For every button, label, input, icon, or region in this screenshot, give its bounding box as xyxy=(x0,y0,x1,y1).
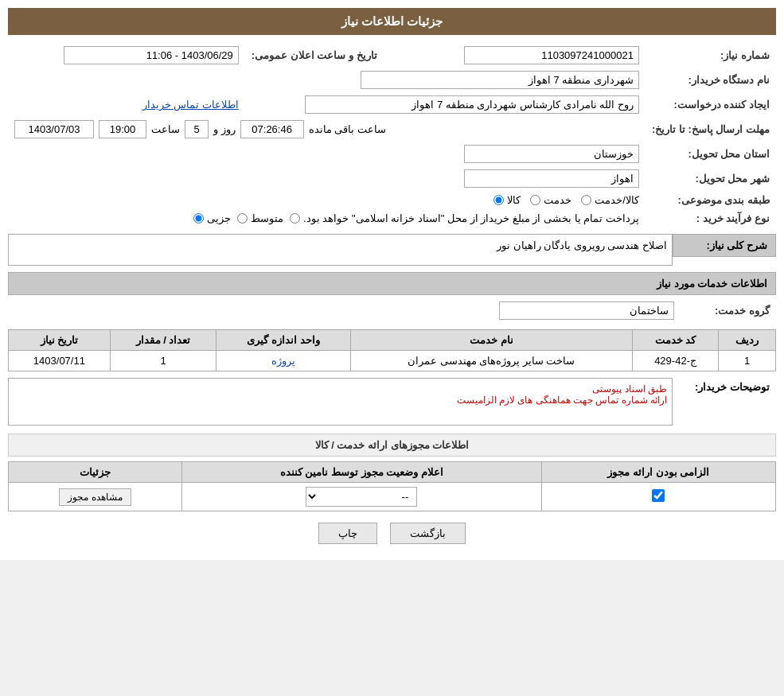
tabaqeh-khedmat[interactable]: خدمت xyxy=(530,194,571,206)
namDastgah-value: شهرداری منطقه 7 اهواز xyxy=(8,68,646,92)
cell-tarikNiaz: 1403/07/11 xyxy=(9,351,111,371)
tabaqeh-kala-khedmat-radio[interactable] xyxy=(581,195,591,205)
col-kodKhedmat: کد خدمت xyxy=(632,330,719,351)
mohlat-label: مهلت ارسال پاسخ: تا تاریخ: xyxy=(646,117,776,142)
gropheKhedmat-table: گروه خدمت: ساختمان xyxy=(8,298,776,323)
days-label: روز و xyxy=(213,123,236,135)
col-vahedAndaze: واحد اندازه گیری xyxy=(216,330,350,351)
sharhKoli-label: شرح کلی نیاز: xyxy=(673,234,776,257)
tabaqeh-kala-label: کالا xyxy=(507,194,521,206)
cell-kodKhedmat: ج-42-429 xyxy=(632,351,719,371)
table-row: 1 ج-42-429 ساخت سایر پروژه‌های مهندسی عم… xyxy=(9,351,776,371)
tabaqeh-khedmat-label: خدمت xyxy=(544,194,571,206)
mohlat-row: ساعت باقی مانده 07:26:46 روز و 5 ساعت 19… xyxy=(8,117,646,142)
noeFarayand-esnad[interactable]: پرداخت تمام یا بخشی از مبلغ خریداز از مح… xyxy=(290,212,639,224)
namDastgah-label: نام دستگاه خریدار: xyxy=(646,68,776,92)
sharhKoli-value: اصلاح هندسی رویروی یادگان راهیان نور xyxy=(8,234,673,266)
noeFarayand-motevasset[interactable]: متوسط xyxy=(237,212,283,224)
tabaqeh-kala[interactable]: کالا xyxy=(493,194,521,206)
groheKhedmat-value: ساختمان xyxy=(8,298,681,323)
mojoz-header: اطلاعات مجوزهای ارائه خدمت / کالا xyxy=(8,434,776,457)
mojoz-col-joziat: جزئیات xyxy=(9,462,182,483)
time-field: 19:00 xyxy=(99,120,146,138)
tozih-content: طبق اسناد پیوستی ارائه شماره تماس جهت هم… xyxy=(8,378,673,426)
ijadKonande-value: روح الله نامرادی کارشناس شهرداری منطقه 7… xyxy=(245,92,646,117)
button-group: بازگشت چاپ xyxy=(8,523,776,544)
col-radif: ردیف xyxy=(719,330,776,351)
announceDate-label: تاریخ و ساعت اعلان عمومی: xyxy=(245,43,388,68)
cell-tedadMeqdar: 1 xyxy=(110,351,216,371)
noeFarayand-label: نوع فرآیند خرید : xyxy=(646,209,776,227)
cell-radif: 1 xyxy=(719,351,776,371)
deadline-date-field: 1403/07/03 xyxy=(14,120,94,138)
groheKhedmat-label: گروه خدمت: xyxy=(681,298,776,323)
info-table: شماره نیاز: 1103097241000021 تاریخ و ساع… xyxy=(8,43,776,227)
noeFarayand-options: پرداخت تمام یا بخشی از مبلغ خریداز از مح… xyxy=(8,209,646,227)
view-mojoz-button[interactable]: مشاهده مجوز xyxy=(59,488,131,506)
ostan-value: خوزستان xyxy=(8,142,646,166)
tozih-label: توضیحات خریدار: xyxy=(673,378,776,393)
col-tedadMeqdar: تعداد / مقدار xyxy=(110,330,216,351)
time-label: ساعت xyxy=(151,123,180,135)
ostan-label: استان محل تحویل: xyxy=(646,142,776,166)
cell-namKhedmat: ساخت سایر پروژه‌های مهندسی عمران xyxy=(350,351,632,371)
ijadKonande-label: ایجاد کننده درخواست: xyxy=(646,92,776,117)
groheKhedmat-field: ساختمان xyxy=(499,301,674,320)
tabaqeh-khedmat-radio[interactable] xyxy=(530,195,540,205)
tabaqeh-options: کالا/خدمت خدمت کالا xyxy=(8,191,646,209)
ealam-select[interactable]: -- xyxy=(306,487,417,507)
namDastgah-field: شهرداری منطقه 7 اهواز xyxy=(361,71,639,89)
noeFarayand-esnad-radio[interactable] xyxy=(290,213,300,224)
ostan-field: خوزستان xyxy=(464,145,639,163)
mojoz-ealam-cell: -- xyxy=(182,483,541,511)
mojoz-joziat-cell: مشاهده مجوز xyxy=(9,483,182,511)
noeFarayand-jozii-radio[interactable] xyxy=(193,213,204,224)
print-button[interactable]: چاپ xyxy=(318,523,377,544)
elzami-checkbox[interactable] xyxy=(652,489,665,502)
shahr-value: اهواز xyxy=(8,166,646,191)
ijadKonande-field: روح الله نامرادی کارشناس شهرداری منطقه 7… xyxy=(305,95,639,114)
tozih-row: توضیحات خریدار: طبق اسناد پیوستی ارائه ش… xyxy=(8,378,776,426)
tabaqeh-kala-khedmat-label: کالا/خدمت xyxy=(595,194,639,206)
shahr-field: اهواز xyxy=(464,169,639,188)
days-field: 5 xyxy=(185,120,209,138)
noeFarayand-motevasset-radio[interactable] xyxy=(237,213,248,224)
tozih-line2: ارائه شماره تماس جهت هماهنگی های لازم ال… xyxy=(14,395,667,406)
announceDate-field: 1403/06/29 - 11:06 xyxy=(64,46,239,64)
khadamat-section-title: اطلاعات خدمات مورد نیاز xyxy=(8,272,776,295)
contact-info-link[interactable]: اطلاعات تماس خریدار xyxy=(142,99,239,111)
noeFarayand-esnad-label: پرداخت تمام یا بخشی از مبلغ خریداز از مح… xyxy=(303,212,639,224)
announceDate-value: 1403/06/29 - 11:06 xyxy=(8,43,245,68)
list-item: -- مشاهده مجوز xyxy=(9,483,776,511)
shomareNiaz-value: 1103097241000021 xyxy=(404,43,646,68)
countdown-label: ساعت باقی مانده xyxy=(309,123,386,135)
mojoz-elzami-cell xyxy=(541,483,775,511)
mojoz-col-ealam: اعلام وضعیت مجوز توسط نامین کننده xyxy=(182,462,541,483)
col-tarikNiaz: تاریخ نیاز xyxy=(9,330,111,351)
sharhKoli-row: شرح کلی نیاز: اصلاح هندسی رویروی یادگان … xyxy=(8,234,776,266)
tabaqeh-kala-khedmat[interactable]: کالا/خدمت xyxy=(581,194,639,206)
tabaqeh-kala-radio[interactable] xyxy=(493,195,504,205)
noeFarayand-jozii-label: جزیی xyxy=(207,212,231,224)
countdown-field: 07:26:46 xyxy=(240,120,304,138)
khedamat-table: ردیف کد خدمت نام خدمت واحد اندازه گیری ت… xyxy=(8,329,776,371)
shomareNiaz-label: شماره نیاز: xyxy=(646,43,776,68)
back-button[interactable]: بازگشت xyxy=(390,523,466,544)
shomareNiaz-field: 1103097241000021 xyxy=(464,46,639,64)
page-title: جزئیات اطلاعات نیاز xyxy=(8,8,776,35)
shahr-label: شهر محل تحویل: xyxy=(646,166,776,191)
mojoz-col-elzami: الزامی بودن ارائه مجوز xyxy=(541,462,775,483)
mojoz-table: الزامی بودن ارائه مجوز اعلام وضعیت مجوز … xyxy=(8,461,776,511)
page-wrapper: جزئیات اطلاعات نیاز شماره نیاز: 11030972… xyxy=(0,0,784,560)
col-namKhedmat: نام خدمت xyxy=(350,330,632,351)
tabaqeh-label: طبقه بندی موضوعی: xyxy=(646,191,776,209)
noeFarayand-motevasset-label: متوسط xyxy=(251,212,283,224)
noeFarayand-jozii[interactable]: جزیی xyxy=(193,212,231,224)
tozih-line1: طبق اسناد پیوستی xyxy=(14,383,667,395)
cell-vahedAndaze[interactable]: پروژه xyxy=(216,351,350,371)
